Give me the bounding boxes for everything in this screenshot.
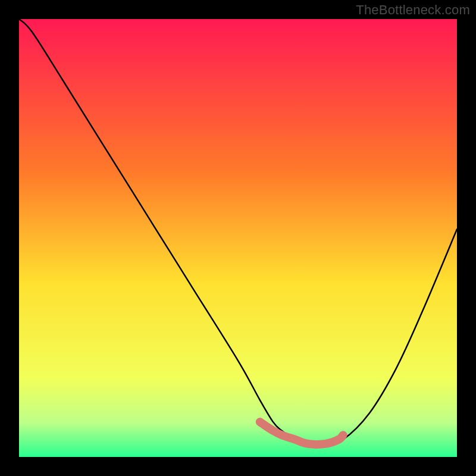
chart-frame: TheBottleneck.com xyxy=(0,0,476,476)
chart-svg xyxy=(0,0,476,476)
plot-background xyxy=(19,19,457,457)
watermark-text: TheBottleneck.com xyxy=(356,2,470,18)
